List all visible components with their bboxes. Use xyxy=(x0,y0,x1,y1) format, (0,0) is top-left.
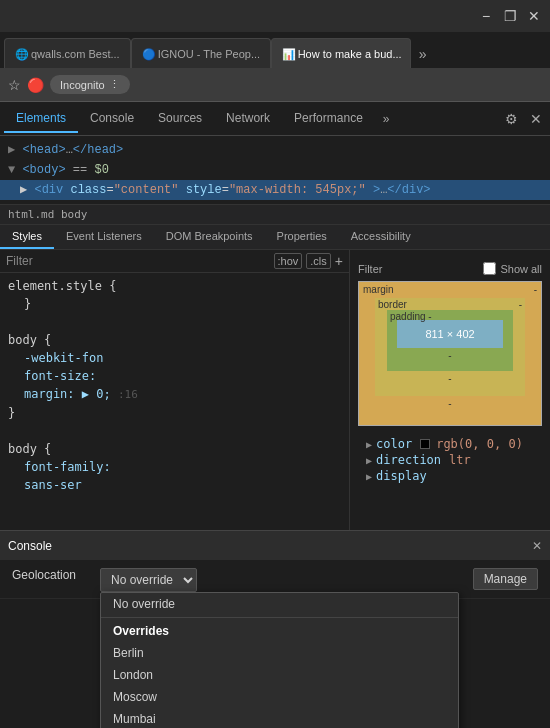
prop-color-arrow[interactable]: ▶ xyxy=(366,439,372,450)
close-button[interactable]: ✕ xyxy=(526,8,542,24)
breadcrumb: html.md body xyxy=(0,205,550,225)
style-tab-properties[interactable]: Properties xyxy=(265,225,339,249)
padding-dash-bottom: - xyxy=(397,350,503,361)
incognito-badge[interactable]: Incognito ⋮ xyxy=(50,75,130,94)
add-rule-button[interactable]: + xyxy=(335,253,343,269)
styles-area: Filter :hov .cls + element.style { } bod… xyxy=(0,250,550,530)
dropdown-item-london[interactable]: London xyxy=(101,664,458,686)
css-rule-body-2: body { font-family: sans-ser font-size: … xyxy=(8,440,341,495)
prop-display-name: display xyxy=(376,469,427,483)
geolocation-label: Geolocation xyxy=(12,568,92,582)
tree-arrow-div: ▶ xyxy=(20,183,27,197)
filter-input[interactable] xyxy=(39,254,268,268)
maximize-button[interactable]: ❐ xyxy=(502,8,518,24)
browser-tab-label-1: IGNOU - The Peop... xyxy=(158,48,261,60)
manage-button[interactable]: Manage xyxy=(473,568,538,590)
devtools-tab-sources[interactable]: Sources xyxy=(146,105,214,133)
tree-row-head[interactable]: ▶ <head>…</head> xyxy=(0,140,550,160)
padding-label: padding - xyxy=(390,311,432,322)
console-close-button[interactable]: ✕ xyxy=(532,539,542,553)
browser-tab-label-0: qwalls.com Best... xyxy=(31,48,120,60)
prop-direction-val: ltr xyxy=(449,453,471,467)
dropdown-item-berlin[interactable]: Berlin xyxy=(101,642,458,664)
prop-color-name: color xyxy=(376,437,412,451)
dropdown-item-no-override[interactable]: No override xyxy=(101,593,458,615)
prop-display-arrow[interactable]: ▶ xyxy=(366,471,372,482)
devtools-tab-console[interactable]: Console xyxy=(78,105,146,133)
devtools-close-icon[interactable]: ✕ xyxy=(526,107,546,131)
style-tabs: Styles Event Listeners DOM Breakpoints P… xyxy=(0,225,550,250)
browser-tab-label-2: How to make a bud... xyxy=(298,48,402,60)
style-tab-event[interactable]: Event Listeners xyxy=(54,225,154,249)
style-tab-accessibility[interactable]: Accessibility xyxy=(339,225,423,249)
geolocation-select[interactable]: No override xyxy=(100,568,197,592)
dropdown-item-moscow[interactable]: Moscow xyxy=(101,686,458,708)
prop-direction-arrow[interactable]: ▶ xyxy=(366,455,372,466)
tree-arrow-body: ▼ xyxy=(8,163,15,177)
incognito-label: Incognito xyxy=(60,79,105,91)
cls-button[interactable]: .cls xyxy=(306,253,331,269)
style-tab-dom[interactable]: DOM Breakpoints xyxy=(154,225,265,249)
devtools-tabs-more[interactable]: » xyxy=(375,106,398,132)
css-rule-body-1: body { -webkit-fon font-size: margin: ▶ … xyxy=(8,331,341,422)
box-content: 811 × 402 xyxy=(397,320,503,348)
devtools-controls: ⚙ ✕ xyxy=(501,107,546,131)
dropdown-header-overrides: Overrides xyxy=(101,620,458,642)
console-tab[interactable]: Console xyxy=(8,539,52,553)
filter-buttons: :hov .cls + xyxy=(274,253,343,269)
sensors-area: Geolocation No override No override Over… xyxy=(0,560,550,728)
devtools-tab-network[interactable]: Network xyxy=(214,105,282,133)
margin-dash-bottom: - xyxy=(375,398,525,409)
filter-label: Filter xyxy=(6,254,33,268)
browser-tab-0[interactable]: 🌐 qwalls.com Best... xyxy=(4,38,131,68)
prop-direction-name: direction xyxy=(376,453,441,467)
prop-color: ▶ color rgb(0, 0, 0) xyxy=(366,436,534,452)
hov-button[interactable]: :hov xyxy=(274,253,303,269)
padding-wrap: padding - 811 × 402 - xyxy=(387,310,513,371)
prop-direction: ▶ direction ltr xyxy=(366,452,534,468)
tree-row-div[interactable]: ▶ <div class="content" style="max-width:… xyxy=(0,180,550,200)
browser-tabs: 🌐 qwalls.com Best... 🔵 IGNOU - The Peop.… xyxy=(0,32,550,68)
minimize-button[interactable]: − xyxy=(478,8,494,24)
color-swatch[interactable] xyxy=(420,439,430,449)
tab-favicon-0: 🌐 xyxy=(15,48,27,60)
console-bar: Console ✕ xyxy=(0,530,550,560)
css-content: element.style { } body { -webkit-fon fon… xyxy=(0,273,349,495)
prop-display: ▶ display xyxy=(366,468,534,484)
devtools-settings-icon[interactable]: ⚙ xyxy=(501,107,522,131)
browser-toolbar: ☆ 🔴 Incognito ⋮ xyxy=(0,68,550,102)
filter-bar: Filter :hov .cls + xyxy=(0,250,349,273)
dropdown-item-mumbai[interactable]: Mumbai xyxy=(101,708,458,728)
properties-area: ▶ color rgb(0, 0, 0) ▶ direction ltr ▶ d… xyxy=(358,432,542,488)
incognito-menu-icon: ⋮ xyxy=(109,78,120,91)
dropdown-separator-1 xyxy=(101,617,458,618)
title-bar: − ❐ ✕ xyxy=(0,0,550,32)
browser-tab-2[interactable]: 📊 How to make a bud... xyxy=(271,38,411,68)
css-rule-element: element.style { } xyxy=(8,277,341,313)
tabs-more-button[interactable]: » xyxy=(411,40,435,68)
devtools-tabs: Elements Console Sources Network Perform… xyxy=(0,102,550,136)
browser-tab-1[interactable]: 🔵 IGNOU - The Peop... xyxy=(131,38,271,68)
geolocation-dropdown[interactable]: No override Overrides Berlin London Mosc… xyxy=(100,592,459,728)
tab-favicon-2: 📊 xyxy=(282,48,294,60)
margin-label: margin xyxy=(363,284,394,295)
box-model: margin - border - padding - 811 × 402 - … xyxy=(358,281,542,426)
star-icon[interactable]: ☆ xyxy=(8,77,21,93)
devtools-tab-elements[interactable]: Elements xyxy=(4,105,78,133)
box-filter-row: Filter Show all xyxy=(358,258,542,279)
box-filter-label: Filter xyxy=(358,263,382,275)
show-all-wrapper: Show all xyxy=(483,262,542,275)
extension-icon[interactable]: 🔴 xyxy=(27,77,44,93)
devtools-tab-performance[interactable]: Performance xyxy=(282,105,375,133)
tree-arrow-head: ▶ xyxy=(8,143,15,157)
tree-row-body[interactable]: ▼ <body> == $0 xyxy=(0,160,550,180)
border-label: border xyxy=(378,299,407,310)
geolocation-select-wrapper: No override No override Overrides Berlin… xyxy=(100,568,459,592)
style-tab-styles[interactable]: Styles xyxy=(0,225,54,249)
prop-color-val: rgb(0, 0, 0) xyxy=(436,437,523,451)
html-tree: ▶ <head>…</head> ▼ <body> == $0 ▶ <div c… xyxy=(0,136,550,205)
show-all-label: Show all xyxy=(500,263,542,275)
show-all-checkbox[interactable] xyxy=(483,262,496,275)
tab-favicon-1: 🔵 xyxy=(142,48,154,60)
content-size: 811 × 402 xyxy=(425,328,474,340)
